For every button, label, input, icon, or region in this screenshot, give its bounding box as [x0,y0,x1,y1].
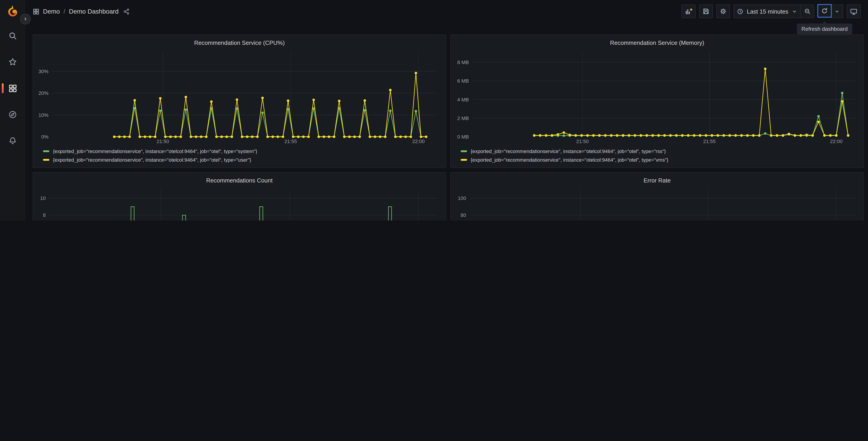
grafana-flame-icon [6,4,20,18]
legend-label: {exported_job="recommendationservice", i… [471,148,666,154]
panel-chart[interactable]: 21:5021:5522:00020406080100 [455,186,859,220]
add-panel-icon [685,7,692,15]
sidebar-expand-button[interactable] [20,13,31,25]
svg-text:10: 10 [40,195,46,201]
legend-label: {exported_job="recommendationservice", i… [53,148,257,154]
legend-swatch [43,150,49,152]
clock-icon [737,8,744,15]
dashboard-grid: Recommendation Service (CPU%) 21:5021:55… [33,34,864,220]
svg-text:80: 80 [461,212,466,218]
cycle-view-mode-button[interactable] [847,4,861,18]
svg-text:21:55: 21:55 [284,139,297,144]
refresh-dashboard-button[interactable] [817,4,832,18]
refresh-tooltip: Refresh dashboard [797,24,852,34]
panel-legend: {exported_job="recommendationservice", i… [37,146,441,164]
gear-icon [719,8,727,15]
svg-text:8: 8 [43,212,46,218]
save-dashboard-button[interactable] [699,4,713,18]
star-icon [8,58,17,66]
breadcrumb-separator: / [64,8,65,15]
legend-item[interactable]: {exported_job="recommendationservice", i… [43,155,441,164]
svg-text:4 MB: 4 MB [457,97,469,102]
svg-text:21:50: 21:50 [157,139,169,144]
save-icon [702,8,710,15]
zoom-out-icon [804,8,811,15]
top-navbar: Demo / Demo Dashboard [25,0,868,23]
time-range-label: Last 15 minutes [747,8,788,15]
svg-text:10%: 10% [38,112,49,118]
svg-text:6 MB: 6 MB [457,78,469,84]
chevron-right-icon [23,16,28,22]
legend-item[interactable]: {exported_job="recommendationservice", i… [43,147,441,155]
bell-icon [8,136,17,145]
panel-title[interactable]: Recommendations Count [37,175,441,186]
compass-icon [8,110,17,119]
svg-text:8 MB: 8 MB [457,60,469,65]
svg-text:0%: 0% [41,134,49,140]
refresh-group [818,4,843,18]
panel-legend: {exported_job="recommendationservice", i… [455,146,859,164]
breadcrumb: Demo / Demo Dashboard [33,8,130,15]
monitor-icon [850,7,858,15]
legend-item[interactable]: {exported_job="recommendationservice", i… [461,147,859,155]
apps-small-icon [33,8,39,15]
time-controls-group: Last 15 minutes [734,4,814,18]
legend-item[interactable]: {exported_job="recommendationservice", i… [461,155,859,164]
sidebar-item-alerting[interactable] [4,134,22,148]
apps-icon [8,84,17,93]
add-panel-button[interactable] [682,4,695,18]
sidebar: ? [0,0,25,220]
chevron-down-icon [834,8,840,14]
refresh-icon [821,7,828,14]
dashboard-toolbar: Last 15 minutes [682,4,861,18]
panel-title[interactable]: Error Rate [455,175,859,186]
panel-title[interactable]: Recommendation Service (CPU%) [37,37,441,49]
time-range-picker[interactable]: Last 15 minutes [734,4,801,18]
svg-text:30%: 30% [38,68,49,74]
legend-label: {exported_job="recommendationservice", i… [53,157,251,162]
sidebar-top-items [0,29,25,148]
svg-text:22:00: 22:00 [830,139,842,144]
dashboard-panel: Recommendation Service (Memory) 21:5021:… [450,34,864,168]
panel-chart[interactable]: 21:5021:5522:000%10%20%30% [37,49,441,146]
svg-text:2 MB: 2 MB [457,115,469,121]
dashboard-settings-button[interactable] [716,4,730,18]
grafana-logo[interactable] [6,4,20,18]
breadcrumb-section[interactable]: Demo [43,8,60,15]
sidebar-item-starred[interactable] [4,55,22,69]
svg-text:20%: 20% [38,90,49,96]
dashboard-panel: Error Rate 21:5021:5522:00020406080100 {… [450,172,864,220]
zoom-out-time-button[interactable] [801,4,814,18]
svg-text:100: 100 [458,195,466,201]
legend-swatch [461,159,467,160]
refresh-interval-dropdown[interactable] [831,4,843,18]
svg-text:21:55: 21:55 [703,139,715,144]
sidebar-item-search[interactable] [4,29,22,42]
legend-swatch [43,159,49,160]
svg-text:21:50: 21:50 [576,139,589,144]
legend-swatch [461,150,467,152]
sidebar-item-explore[interactable] [4,108,22,121]
svg-text:22:00: 22:00 [412,139,425,144]
grafana-app: ? Demo / Demo Dashboard [0,0,868,220]
dashboard-panel: Recommendation Service (CPU%) 21:5021:55… [33,34,446,168]
chevron-down-icon [792,8,797,14]
panel-chart[interactable]: 21:5021:5522:000246810 [37,186,441,220]
sidebar-item-dashboards[interactable] [4,82,22,95]
search-icon [8,31,17,40]
dashboard-panel: Recommendations Count 21:5021:5522:00024… [33,172,446,220]
svg-text:0 MB: 0 MB [457,134,469,140]
panel-chart[interactable]: 21:5021:5522:000 MB2 MB4 MB6 MB8 MB [455,49,859,146]
legend-label: {exported_job="recommendationservice", i… [471,157,668,162]
breadcrumb-page[interactable]: Demo Dashboard [69,8,119,15]
share-icon[interactable] [123,8,130,15]
panel-title[interactable]: Recommendation Service (Memory) [455,37,859,49]
